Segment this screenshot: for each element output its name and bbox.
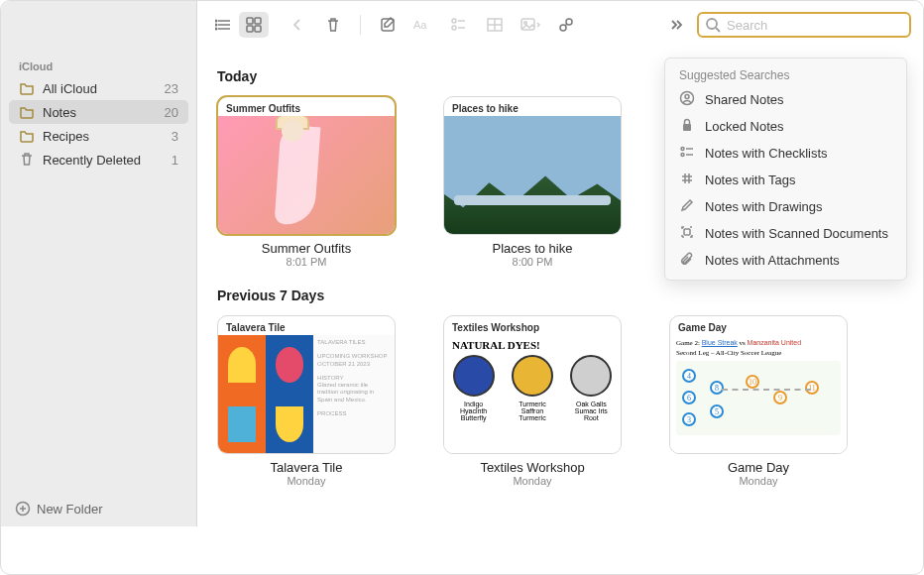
overflow-button[interactable] [661,12,691,38]
sidebar-item-notes[interactable]: Notes 20 [9,100,188,124]
sidebar-item-recipes[interactable]: Recipes 3 [9,124,188,148]
new-folder-button[interactable]: New Folder [1,491,196,526]
note-card[interactable]: Game Day Game 2: Blue Streak vs Manzanit… [669,315,848,454]
search-wrap: Suggested Searches Shared NotesLocked No… [697,12,911,38]
new-folder-label: New Folder [37,502,102,517]
note-card-time: 8:00 PM [443,256,622,268]
note-card[interactable]: Textiles Workshop NATURAL DYES!Indigo Hy… [443,315,622,454]
folder-icon [19,128,35,144]
suggested-searches-panel: Suggested Searches Shared NotesLocked No… [664,58,907,281]
separator [360,15,361,35]
sidebar: iCloud All iCloud 23 Notes 20 Recipes 3 … [1,1,197,526]
svg-point-3 [215,20,216,21]
view-mode-group [209,12,269,38]
checklist-button[interactable] [444,12,474,38]
svg-rect-37 [684,229,690,235]
toolbar: Aa Suggested Searches Shared NotesLocked… [197,1,923,49]
sidebar-item-label: Notes [43,105,165,120]
suggestion-label: Shared Notes [705,92,784,107]
svg-point-12 [452,19,456,23]
table-button[interactable] [480,12,510,38]
trash-icon [19,152,35,168]
suggestion-tags[interactable]: Notes with Tags [669,167,902,193]
delete-button[interactable] [318,12,348,38]
note-card[interactable]: Summer Outfits [217,96,396,235]
svg-point-20 [524,22,527,25]
search-icon [705,17,721,37]
note-card-art: TALAVERA TILESUPCOMING WORKSHOPOCTOBER 2… [218,335,395,454]
format-button[interactable]: Aa [408,12,438,38]
pencil-icon [679,197,705,216]
scan-icon [679,224,705,243]
svg-line-25 [716,28,720,32]
sidebar-item-count: 1 [172,153,178,168]
suggestion-label: Notes with Tags [705,172,796,187]
folder-icon [19,80,35,96]
svg-line-23 [565,24,567,26]
grid-view-button[interactable] [239,12,269,38]
svg-rect-9 [255,26,261,32]
suggestion-checklists[interactable]: Notes with Checklists [669,140,902,167]
svg-rect-6 [247,18,253,24]
note-card-header: Talavera Tile [218,316,395,335]
sidebar-item-all-icloud[interactable]: All iCloud 23 [9,76,188,100]
note-summer-outfits[interactable]: Summer Outfits Summer Outfits 8:01 PM [217,96,396,268]
note-card-time: Monday [217,475,396,487]
svg-point-24 [707,19,717,29]
svg-point-4 [215,24,216,25]
note-card-header: Textiles Workshop [444,316,621,335]
sidebar-item-label: Recipes [43,129,172,144]
svg-point-29 [681,148,684,151]
note-card-art [444,116,621,235]
back-button[interactable] [283,12,312,38]
note-talavera-tile[interactable]: Talavera Tile TALAVERA TILESUPCOMING WOR… [217,315,396,487]
checklist-icon [679,144,705,163]
search-input[interactable] [697,12,911,38]
suggestion-label: Notes with Attachments [705,253,840,268]
suggestion-attachments[interactable]: Notes with Attachments [669,247,902,274]
note-card-title: Talavera Tile [217,460,396,475]
suggestion-locked-notes[interactable]: Locked Notes [669,113,902,140]
sidebar-item-label: Recently Deleted [43,153,172,168]
svg-point-5 [215,28,216,29]
notes-grid: Talavera Tile TALAVERA TILESUPCOMING WOR… [217,315,903,487]
svg-rect-28 [683,124,691,131]
compose-button[interactable] [373,12,403,38]
note-card-time: Monday [443,475,622,487]
svg-rect-7 [255,18,261,24]
lock-icon [679,117,705,136]
note-card[interactable]: Places to hike [443,96,622,235]
svg-point-27 [685,95,689,99]
note-game-day[interactable]: Game Day Game 2: Blue Streak vs Manzanit… [669,315,848,487]
paperclip-icon [679,251,705,270]
suggestion-scanned[interactable]: Notes with Scanned Documents [669,220,902,247]
suggestion-drawings[interactable]: Notes with Drawings [669,193,902,220]
folder-icon [19,104,35,120]
note-card-title: Textiles Workshop [443,460,622,475]
note-card[interactable]: Talavera Tile TALAVERA TILESUPCOMING WOR… [217,315,396,454]
suggestion-label: Notes with Checklists [705,146,828,161]
media-button[interactable] [516,12,545,38]
svg-point-31 [681,154,684,157]
sidebar-item-count: 20 [165,105,178,120]
sidebar-item-label: All iCloud [43,81,165,96]
suggestion-shared-notes[interactable]: Shared Notes [669,86,902,113]
note-card-time: Monday [669,475,848,487]
note-card-time: 8:01 PM [217,256,396,268]
person-circle-icon [679,90,705,109]
note-card-title: Places to hike [443,241,622,256]
list-view-button[interactable] [209,12,239,38]
sidebar-group-title: iCloud [9,55,188,76]
note-places-to-hike[interactable]: Places to hike Places to hike 8:00 PM [443,96,622,268]
note-card-art: NATURAL DYES!Indigo Hyacinth ButterflyTu… [444,335,621,454]
note-textiles-workshop[interactable]: Textiles Workshop NATURAL DYES!Indigo Hy… [443,315,622,487]
note-card-title: Summer Outfits [217,241,396,256]
link-button[interactable] [551,12,581,38]
note-card-header: Places to hike [444,97,621,116]
note-card-header: Summer Outfits [218,97,395,116]
section-title: Previous 7 Days [217,288,903,303]
note-card-title: Game Day [669,460,848,475]
svg-point-14 [452,26,456,30]
sidebar-item-recently-deleted[interactable]: Recently Deleted 1 [9,148,188,172]
sidebar-item-count: 3 [172,129,178,144]
